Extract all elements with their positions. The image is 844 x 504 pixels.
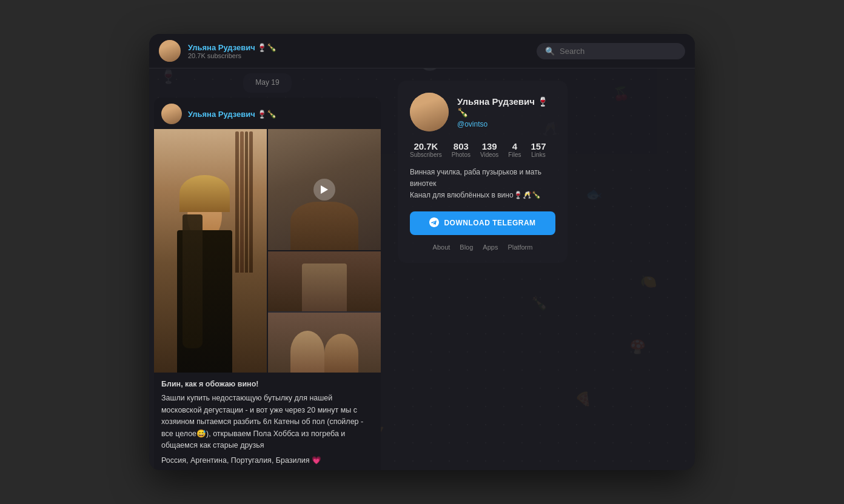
bio-line2: Канал для влюблённых в вино🍷🥂🍾 xyxy=(410,190,555,201)
post-text-geo: Россия, Аргентина, Португалия, Бразилия … xyxy=(161,455,373,466)
footer-links: About Blog Apps Platform xyxy=(410,244,555,251)
stat-links-label: Links xyxy=(531,151,545,158)
stat-files-label: Files xyxy=(508,151,521,158)
footer-link-blog[interactable]: Blog xyxy=(460,244,473,251)
stat-links-value: 157 xyxy=(531,141,546,151)
bio-line1: Винная училка, раба пузырьков и мать вин… xyxy=(410,167,555,190)
channel-header: Ульяна Рудзевич 🍷🍾 20.7K subscribers 🔍 xyxy=(149,34,695,68)
header-subscribers: 20.7K subscribers xyxy=(188,52,276,59)
stat-videos-label: Videos xyxy=(480,151,498,158)
post-author: Ульяна Рудзевич 🍷🍾 xyxy=(188,110,276,119)
profile-handle: @ovintso xyxy=(457,120,555,128)
profile-panel: Ульяна Рудзевич 🍷🍾 @ovintso 20.7K Subscr… xyxy=(386,68,695,470)
profile-header: Ульяна Рудзевич 🍷🍾 @ovintso xyxy=(410,93,555,131)
stat-photos: 803 Photos xyxy=(452,141,471,158)
post-text: Блин, как я обожаю вино! Зашли купить не… xyxy=(154,373,381,470)
stat-subscribers: 20.7K Subscribers xyxy=(410,141,442,158)
feed-panel: May 19 Ульяна Рудзевич 🍷🍾 xyxy=(149,68,386,470)
profile-card: Ульяна Рудзевич 🍷🍾 @ovintso 20.7K Subscr… xyxy=(398,81,568,263)
post-text-line1: Блин, как я обожаю вино! xyxy=(161,379,373,390)
stat-photos-value: 803 xyxy=(454,141,469,151)
download-btn-label: DOWNLOAD TELEGRAM xyxy=(444,219,535,227)
footer-link-platform[interactable]: Platform xyxy=(507,244,532,251)
post-text-para: Зашли купить недостающую бутылку для наш… xyxy=(161,393,373,451)
telegram-icon xyxy=(429,217,439,229)
stat-subscribers-label: Subscribers xyxy=(410,151,442,158)
post-avatar xyxy=(161,104,182,124)
svg-marker-0 xyxy=(321,185,328,194)
download-telegram-button[interactable]: DOWNLOAD TELEGRAM xyxy=(410,211,555,235)
stat-subscribers-value: 20.7K xyxy=(414,141,438,151)
photo-tr[interactable] xyxy=(268,129,381,250)
search-bar[interactable]: 🔍 xyxy=(537,43,685,59)
footer-link-apps[interactable]: Apps xyxy=(483,244,498,251)
search-icon: 🔍 xyxy=(545,47,555,56)
header-channel-name: Ульяна Рудзевич 🍷🍾 xyxy=(188,43,276,52)
profile-name-section: Ульяна Рудзевич 🍷🍾 @ovintso xyxy=(457,96,555,128)
photo-br-container xyxy=(268,251,381,373)
stat-links: 157 Links xyxy=(531,141,546,158)
photo-grid xyxy=(154,129,381,373)
photo-br-top[interactable] xyxy=(268,251,381,311)
play-button[interactable] xyxy=(313,179,335,201)
stat-videos: 139 Videos xyxy=(480,141,498,158)
stat-videos-value: 139 xyxy=(482,141,497,151)
profile-avatar xyxy=(410,93,449,131)
stat-files-value: 4 xyxy=(512,141,517,151)
date-label: May 19 xyxy=(243,73,292,93)
header-info: Ульяна Рудзевич 🍷🍾 20.7K subscribers xyxy=(188,43,276,59)
header-avatar[interactable] xyxy=(159,40,181,62)
profile-name: Ульяна Рудзевич 🍷🍾 xyxy=(457,96,555,118)
search-input[interactable] xyxy=(560,47,677,56)
photo-main[interactable] xyxy=(154,129,267,373)
post-header: Ульяна Рудзевич 🍷🍾 xyxy=(154,98,381,129)
post-card: Ульяна Рудзевич 🍷🍾 xyxy=(154,98,381,470)
stat-files: 4 Files xyxy=(508,141,521,158)
photo-br-bottom[interactable] xyxy=(268,313,381,373)
footer-link-about[interactable]: About xyxy=(433,244,450,251)
profile-bio: Винная училка, раба пузырьков и мать вин… xyxy=(410,167,555,202)
stat-photos-label: Photos xyxy=(452,151,471,158)
stats-row: 20.7K Subscribers 803 Photos 139 Videos xyxy=(410,141,555,158)
